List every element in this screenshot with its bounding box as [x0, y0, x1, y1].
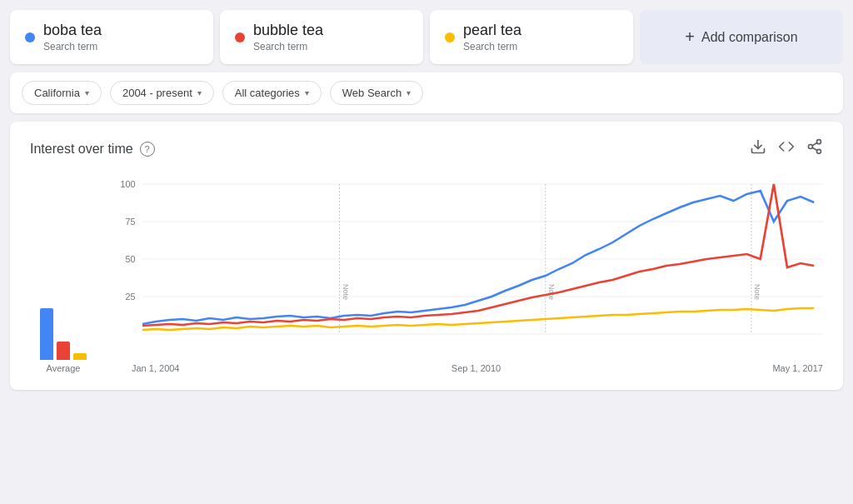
search-term-card-bubble-tea[interactable]: bubble tea Search term — [220, 10, 423, 64]
x-axis-labels: Jan 1, 2004 Sep 1, 2010 May 1, 2017 — [107, 363, 823, 373]
plus-icon: + — [685, 27, 695, 47]
avg-label: Average — [47, 363, 81, 373]
svg-line-5 — [812, 142, 817, 145]
x-label-2017: May 1, 2017 — [772, 363, 823, 373]
filter-search-type-label: Web Search — [342, 87, 402, 99]
svg-text:100: 100 — [120, 180, 135, 189]
filter-search-type[interactable]: Web Search ▾ — [330, 81, 423, 105]
download-icon[interactable] — [750, 138, 766, 159]
bubble-tea-dot — [235, 32, 245, 42]
chart-section: Interest over time ? — [10, 122, 843, 390]
embed-icon[interactable] — [778, 138, 795, 159]
chart-header: Interest over time ? — [30, 138, 823, 159]
avg-bar-container: Average — [30, 293, 97, 373]
svg-text:25: 25 — [125, 292, 135, 302]
search-term-card-pearl-tea[interactable]: pearl tea Search term — [430, 10, 633, 64]
filter-location[interactable]: California ▾ — [22, 81, 102, 105]
svg-text:50: 50 — [125, 255, 135, 264]
search-terms-row: boba tea Search term bubble tea Search t… — [10, 10, 843, 64]
chevron-down-icon: ▾ — [197, 88, 202, 97]
line-chart-wrap: 100 75 50 25 Note Note Note — [107, 176, 823, 373]
chevron-down-icon: ▾ — [407, 88, 411, 97]
boba-tea-name: boba tea — [43, 22, 102, 39]
avg-bar-boba — [40, 308, 53, 360]
x-label-2010: Sep 1, 2010 — [451, 363, 501, 373]
svg-text:Note: Note — [547, 284, 556, 300]
line-chart-svg: 100 75 50 25 Note Note Note — [107, 176, 823, 359]
svg-line-4 — [812, 147, 817, 150]
bubble-tea-line — [142, 184, 814, 326]
filters-row: California ▾ 2004 - present ▾ All catego… — [10, 72, 843, 113]
help-icon[interactable]: ? — [140, 142, 155, 157]
filter-date[interactable]: 2004 - present ▾ — [110, 81, 214, 105]
svg-text:75: 75 — [125, 217, 135, 227]
svg-text:Note: Note — [342, 284, 350, 300]
pearl-tea-name: pearl tea — [463, 22, 521, 39]
share-icon[interactable] — [806, 138, 823, 159]
avg-bar-pearl — [73, 353, 87, 360]
avg-bars — [40, 293, 87, 360]
filter-categories[interactable]: All categories ▾ — [222, 81, 322, 105]
x-label-2004: Jan 1, 2004 — [132, 363, 180, 373]
chevron-down-icon: ▾ — [305, 88, 309, 97]
boba-tea-dot — [25, 32, 35, 42]
add-comparison-label: Add comparison — [701, 30, 798, 45]
filter-categories-label: All categories — [235, 87, 300, 99]
svg-text:Note: Note — [753, 284, 761, 300]
avg-bar-bubble — [57, 342, 70, 360]
chevron-down-icon: ▾ — [85, 88, 89, 97]
filter-location-label: California — [34, 87, 80, 99]
filter-date-label: 2004 - present — [122, 87, 192, 99]
chart-actions — [750, 138, 823, 159]
chart-container: Average 100 75 50 25 Note Note — [30, 176, 823, 373]
pearl-tea-dot — [445, 32, 455, 42]
pearl-tea-label: Search term — [463, 41, 517, 52]
add-comparison-button[interactable]: + Add comparison — [640, 10, 843, 64]
bubble-tea-label: Search term — [253, 41, 307, 52]
boba-tea-label: Search term — [43, 41, 97, 52]
chart-title-row: Interest over time ? — [30, 142, 155, 157]
bubble-tea-name: bubble tea — [253, 22, 323, 39]
chart-title: Interest over time — [30, 142, 133, 157]
search-term-card-boba-tea[interactable]: boba tea Search term — [10, 10, 213, 64]
